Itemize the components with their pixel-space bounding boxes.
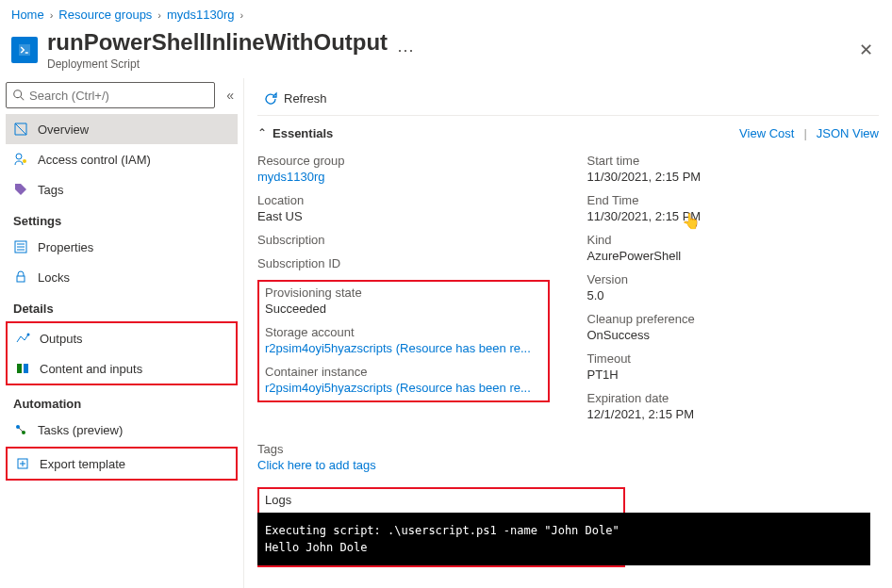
- breadcrumb-rg-name[interactable]: myds1130rg: [167, 8, 235, 22]
- label-end-time: End Time: [587, 193, 880, 207]
- label-provisioning-state: Provisioning state: [265, 286, 542, 300]
- nav-tasks[interactable]: Tasks (preview): [6, 415, 238, 445]
- breadcrumb-home[interactable]: Home: [11, 8, 44, 22]
- nav-access-control[interactable]: Access control (IAM): [6, 144, 238, 174]
- nav-label: Tasks (preview): [38, 423, 123, 437]
- svg-point-3: [23, 159, 26, 163]
- label-version: Version: [587, 272, 880, 286]
- nav-label: Outputs: [40, 332, 83, 346]
- nav-locks[interactable]: Locks: [6, 262, 238, 292]
- essentials-grid: Resource group myds1130rg Location East …: [257, 154, 879, 431]
- export-template-icon: [15, 456, 30, 471]
- label-subscription: Subscription: [257, 233, 550, 247]
- resource-group-link[interactable]: myds1130rg: [257, 170, 550, 184]
- value-kind: AzurePowerShell: [587, 249, 880, 263]
- label-tags: Tags: [257, 442, 879, 456]
- sidebar: « Overview Access control (IAM) Tags Set…: [0, 78, 243, 588]
- value-version: 5.0: [587, 288, 880, 302]
- refresh-button[interactable]: Refresh: [257, 88, 333, 110]
- essentials-label: Essentials: [273, 126, 333, 140]
- logs-section: Logs Executing script: .\userscript.ps1 …: [257, 487, 625, 567]
- value-end-time: 11/30/2021, 2:15 PM: [587, 209, 880, 223]
- more-actions-button[interactable]: ⋯: [397, 40, 414, 60]
- nav-label: Overview: [38, 122, 89, 137]
- deployment-script-icon: [11, 37, 38, 63]
- nav-label: Properties: [38, 240, 93, 254]
- nav-overview[interactable]: Overview: [6, 114, 238, 144]
- nav-header-details: Details: [6, 292, 238, 319]
- label-start-time: Start time: [587, 154, 880, 168]
- header-text: runPowerShellInlineWithOutput Deployment…: [47, 29, 388, 71]
- nav-label: Export template: [40, 457, 125, 471]
- value-start-time: 11/30/2021, 2:15 PM: [587, 170, 880, 184]
- refresh-icon: [263, 91, 278, 106]
- chevron-right-icon: ›: [240, 9, 244, 21]
- page-header: runPowerShellInlineWithOutput Deployment…: [0, 25, 892, 78]
- label-storage-account: Storage account: [265, 325, 542, 339]
- nav-export-template[interactable]: Export template: [8, 449, 236, 479]
- label-expiration: Expiration date: [587, 391, 880, 405]
- add-tags-link[interactable]: Click here to add tags: [257, 458, 879, 472]
- value-expiration: 12/1/2021, 2:15 PM: [587, 407, 880, 421]
- svg-point-9: [27, 334, 30, 336]
- label-subscription-id: Subscription ID: [257, 256, 550, 270]
- label-location: Location: [257, 193, 550, 207]
- svg-rect-8: [17, 276, 25, 282]
- breadcrumb-resource-groups[interactable]: Resource groups: [58, 8, 152, 22]
- logs-terminal: Executing script: .\userscript.ps1 -name…: [257, 513, 870, 565]
- nav-tags[interactable]: Tags: [6, 174, 238, 204]
- tasks-icon: [13, 422, 28, 437]
- nav-content-inputs[interactable]: Content and inputs: [8, 353, 236, 384]
- label-kind: Kind: [587, 233, 880, 247]
- nav-label: Locks: [38, 270, 70, 285]
- breadcrumb: Home › Resource groups › myds1130rg ›: [0, 0, 892, 25]
- tags-row: Tags Click here to add tags: [257, 442, 879, 472]
- logs-title: Logs: [259, 489, 623, 513]
- container-instance-link[interactable]: r2psim4oyi5hyazscripts (Resource has bee…: [265, 381, 542, 395]
- chevron-right-icon: ›: [50, 9, 54, 21]
- close-button[interactable]: ✕: [851, 36, 881, 64]
- label-resource-group: Resource group: [257, 154, 550, 168]
- nav-properties[interactable]: Properties: [6, 232, 238, 262]
- log-line: Executing script: .\userscript.ps1 -name…: [265, 522, 863, 539]
- main-content: Refresh ⌃ Essentials View Cost | JSON Vi…: [243, 78, 892, 588]
- value-location: East US: [257, 209, 550, 223]
- nav-outputs[interactable]: Outputs: [8, 323, 236, 353]
- tags-icon: [13, 182, 28, 197]
- chevron-up-icon[interactable]: ⌃: [257, 126, 267, 139]
- properties-icon: [13, 239, 28, 254]
- page-title: runPowerShellInlineWithOutput: [47, 29, 388, 56]
- svg-point-2: [16, 154, 22, 159]
- svg-point-0: [14, 90, 22, 98]
- label-timeout: Timeout: [587, 351, 880, 366]
- overview-icon: [13, 122, 28, 137]
- log-line: Hello John Dole: [265, 539, 863, 556]
- search-input[interactable]: [29, 89, 208, 103]
- svg-rect-11: [24, 364, 28, 373]
- search-box[interactable]: [6, 82, 215, 108]
- nav-label: Content and inputs: [40, 362, 142, 376]
- svg-rect-10: [17, 364, 22, 373]
- chevron-right-icon: ›: [157, 9, 161, 21]
- nav-label: Access control (IAM): [38, 153, 151, 167]
- refresh-label: Refresh: [284, 91, 327, 106]
- json-view-link[interactable]: JSON View: [817, 126, 879, 140]
- label-cleanup: Cleanup preference: [587, 312, 880, 326]
- svg-line-1: [21, 97, 25, 101]
- value-provisioning-state: Succeeded: [265, 302, 542, 316]
- collapse-sidebar-button[interactable]: «: [223, 84, 238, 106]
- label-container-instance: Container instance: [265, 365, 542, 379]
- nav-label: Tags: [38, 183, 63, 197]
- nav-header-automation: Automation: [6, 387, 238, 415]
- outputs-icon: [15, 331, 30, 346]
- svg-line-14: [19, 428, 23, 432]
- nav-header-settings: Settings: [6, 204, 238, 232]
- content-icon: [15, 361, 30, 376]
- search-icon: [12, 89, 25, 102]
- value-timeout: PT1H: [587, 368, 880, 382]
- toolbar: Refresh: [257, 82, 879, 116]
- storage-account-link[interactable]: r2psim4oyi5hyazscripts (Resource has bee…: [265, 341, 542, 355]
- lock-icon: [13, 270, 28, 285]
- page-subtitle: Deployment Script: [47, 57, 388, 71]
- view-cost-link[interactable]: View Cost: [739, 126, 794, 140]
